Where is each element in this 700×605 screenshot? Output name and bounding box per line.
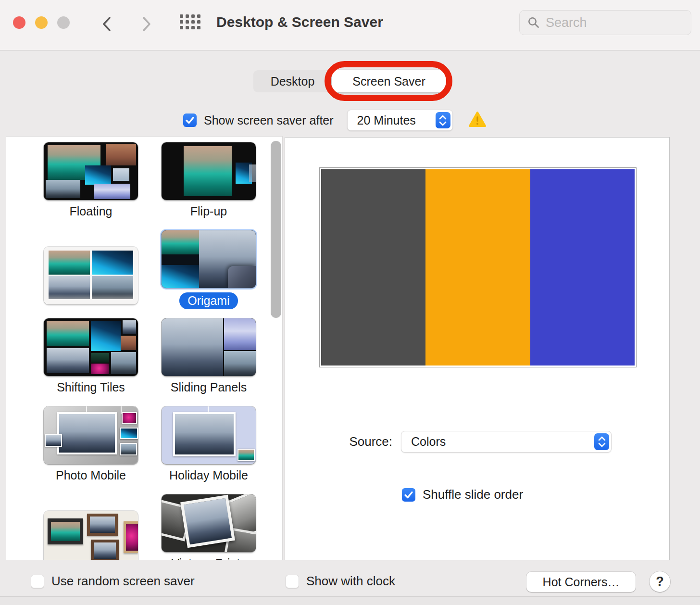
saver-item-origami[interactable]: Origami (162, 230, 256, 309)
vintage-prints-thumbnail (162, 494, 256, 552)
hot-corners-label: Hot Corners… (543, 575, 620, 589)
saver-label: Shifting Tiles (57, 380, 125, 394)
chevron-left-icon (100, 16, 113, 32)
window-title: Desktop & Screen Saver (216, 14, 383, 30)
tab-desktop[interactable]: Desktop (253, 70, 332, 92)
preview-color-bar-gray (321, 169, 425, 366)
screen-saver-preview (319, 167, 637, 367)
checkmark-icon (185, 116, 195, 125)
use-random-checkbox[interactable] (31, 575, 44, 588)
tab-screen-saver-label: Screen Saver (352, 75, 425, 88)
holiday-mobile-thumbnail (162, 406, 256, 464)
saver-item-holiday-mobile[interactable]: Holiday Mobile (162, 406, 256, 482)
search-input[interactable] (546, 15, 683, 30)
minimize-window-button[interactable] (35, 16, 48, 29)
photo-mobile-thumbnail (44, 406, 138, 464)
show-screen-saver-label: Show screen saver after (204, 113, 334, 127)
saver-label: Vintage Prints (171, 556, 246, 560)
stepper-icon (436, 112, 450, 128)
saver-item-photo-mobile[interactable]: Photo Mobile (44, 406, 138, 482)
saver-label: Flip-up (190, 204, 227, 218)
saver-label: Photo Mobile (56, 468, 126, 482)
sliding-panels-thumbnail (162, 318, 256, 376)
source-row: Source: Colors (285, 431, 670, 453)
forward-button[interactable] (138, 14, 155, 34)
origami-thumbnail (162, 230, 256, 288)
reflections-thumbnail (44, 247, 138, 304)
preferences-window: Desktop & Screen Saver Desktop Screen Sa… (0, 0, 700, 605)
idle-delay-dropdown[interactable]: 20 Minutes (347, 110, 453, 131)
source-dropdown[interactable]: Colors (401, 431, 612, 453)
floating-thumbnail (44, 142, 138, 200)
source-value: Colors (401, 435, 446, 449)
close-window-button[interactable] (13, 16, 25, 29)
tab-desktop-label: Desktop (271, 75, 315, 88)
help-button[interactable]: ? (650, 571, 670, 592)
shuffle-checkbox[interactable] (402, 488, 415, 502)
saver-label: Holiday Mobile (169, 468, 248, 482)
saver-label: Floating (70, 204, 112, 218)
search-icon (527, 16, 540, 29)
saver-item-photo-wall[interactable]: Photo Wall (44, 494, 138, 560)
show-clock-label: Show with clock (306, 574, 395, 589)
list-scrollbar[interactable] (271, 141, 281, 318)
use-random-row: Use random screen saver (31, 574, 195, 589)
window-bottom-edge (0, 596, 700, 605)
saver-item-flip-up[interactable]: Flip-up (162, 142, 256, 218)
question-mark-icon: ? (656, 574, 664, 589)
back-button[interactable] (99, 14, 115, 34)
source-label: Source: (285, 431, 392, 453)
photo-wall-thumbnail (44, 511, 138, 560)
show-clock-row: Show with clock (286, 574, 395, 589)
title-bar: Desktop & Screen Saver (0, 0, 700, 50)
show-all-grid-icon[interactable] (180, 14, 200, 32)
search-field[interactable] (519, 10, 691, 35)
zoom-window-button (57, 16, 70, 29)
preview-color-bar-blue (530, 169, 635, 366)
preview-color-bar-orange (425, 169, 530, 366)
saver-item-sliding-panels[interactable]: Sliding Panels (162, 318, 256, 394)
flip-up-thumbnail (162, 142, 256, 200)
saver-item-vintage-prints[interactable]: Vintage Prints (162, 494, 256, 560)
saver-item-reflections[interactable]: Reflections (44, 230, 138, 306)
saver-item-shifting-tiles[interactable]: Shifting Tiles (44, 318, 138, 394)
show-screen-saver-checkbox[interactable] (183, 113, 197, 127)
shuffle-label: Shuffle slide order (423, 487, 523, 502)
idle-delay-value: 20 Minutes (348, 113, 416, 127)
stepper-icon (594, 433, 609, 450)
warning-icon (468, 111, 487, 129)
shuffle-row: Shuffle slide order (402, 487, 523, 502)
chevron-right-icon (140, 16, 153, 32)
screen-saver-list: Floating Flip-up Reflections (6, 136, 283, 560)
preview-panel: Source: Colors Shuffle slide order (285, 137, 670, 560)
tab-screen-saver[interactable]: Screen Saver (332, 70, 446, 92)
show-clock-checkbox[interactable] (286, 575, 299, 588)
idle-delay-row: Show screen saver after 20 Minutes (183, 110, 487, 131)
hot-corners-button[interactable]: Hot Corners… (526, 572, 636, 592)
checkmark-icon (404, 491, 413, 499)
shifting-tiles-thumbnail (44, 318, 138, 376)
use-random-label: Use random screen saver (51, 574, 195, 589)
saver-label: Sliding Panels (171, 380, 247, 394)
saver-item-floating[interactable]: Floating (44, 142, 138, 218)
saver-label-selected: Origami (179, 292, 238, 309)
